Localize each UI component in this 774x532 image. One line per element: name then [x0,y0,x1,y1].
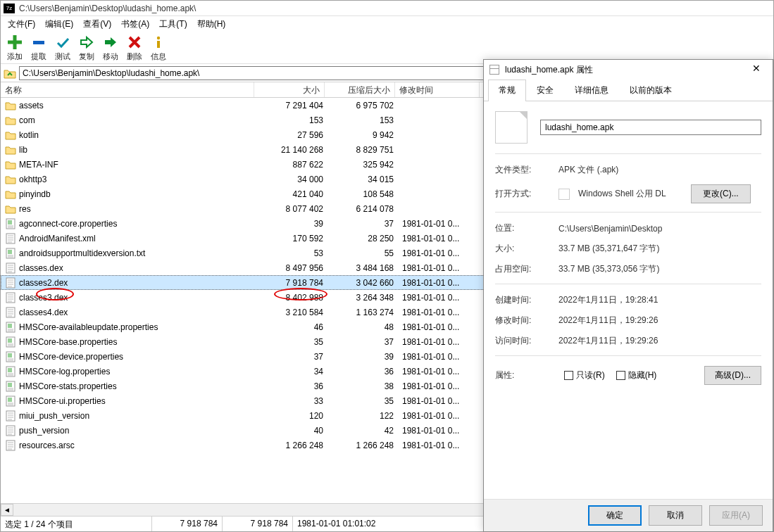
toolbar-delete[interactable]: 删除 [125,34,144,63]
file-compressed-size: 108 548 [327,189,398,199]
ok-button[interactable]: 确定 [588,505,642,526]
file-modified: 1981-01-01 0... [398,293,482,303]
file-size: 887 622 [257,160,327,170]
toolbar-copy[interactable]: 复制 [77,34,96,63]
folder-icon [5,129,16,141]
arrow-right-hollow-icon [79,34,94,50]
file-compressed-size: 1 266 248 [327,441,398,450]
file-size: 39 [257,219,327,229]
file-size: 35 [257,337,327,347]
file-name: HMSCore-ui.properties [19,396,257,406]
file-name: META-INF [19,160,257,170]
menu-view[interactable]: 查看(V) [79,17,116,32]
file-icon [5,410,16,422]
col-csize[interactable]: 压缩后大小 [325,82,395,97]
up-folder-icon[interactable] [4,67,16,80]
menu-bar[interactable]: 文件(F) 编辑(E) 查看(V) 书签(A) 工具(T) 帮助(H) [1,16,773,32]
prop-tabs[interactable]: 常规 安全 详细信息 以前的版本 [484,80,773,101]
tab-general[interactable]: 常规 [488,80,526,101]
toolbar-test[interactable]: 测试 [53,34,73,63]
file-compressed-size: 39 [327,352,398,362]
svg-rect-13 [8,324,12,328]
main-titlebar: 7z C:\Users\Benjamin\Desktop\ludashi_hom… [1,1,773,16]
minus-icon [31,34,46,50]
file-name: classes3.dex [19,293,257,303]
file-size: 170 592 [257,234,327,243]
svg-rect-19 [8,368,12,372]
menu-bookmarks[interactable]: 书签(A) [117,17,154,32]
label-attrs: 属性: [495,369,553,381]
label-location: 位置: [495,222,553,234]
advanced-button[interactable]: 高级(D)... [704,366,761,385]
title-text: C:\Users\Benjamin\Desktop\ludashi_home.a… [19,4,196,13]
file-size: 46 [257,322,327,332]
file-size: 8 497 956 [257,263,327,273]
label-disk: 占用空间: [495,263,553,275]
separator [495,153,761,154]
menu-help[interactable]: 帮助(H) [193,17,230,32]
col-mod[interactable]: 修改时间 [395,82,480,97]
file-size: 36 [257,381,327,391]
file-size: 421 040 [257,189,327,199]
checkbox-hidden[interactable]: 隐藏(H) [616,369,657,381]
file-compressed-size: 34 015 [327,175,398,184]
file-modified: 1981-01-01 0... [398,308,482,317]
file-icon [5,440,16,451]
file-icon [5,336,16,348]
col-size[interactable]: 大小 [254,82,325,97]
prop-filename-input[interactable] [540,120,761,135]
file-compressed-size: 3 264 348 [327,293,398,303]
svg-rect-23 [8,398,12,402]
file-name: HMSCore-stats.properties [19,381,257,391]
toolbar-extract[interactable]: 提取 [29,34,49,63]
file-name: resources.arsc [19,441,257,450]
arrow-right-solid-icon [103,34,118,50]
prop-title-text: ludashi_home.apk 属性 [505,64,746,76]
file-modified: 1981-01-01 0... [398,426,482,436]
cancel-button[interactable]: 取消 [649,505,702,526]
file-size: 8 077 402 [257,204,327,214]
file-name: HMSCore-log.properties [19,367,257,376]
scroll-left-icon[interactable]: ◄ [1,504,13,516]
toolbar-info[interactable]: 信息 [149,34,168,63]
col-name[interactable]: 名称 [1,82,254,97]
value-location: C:\Users\Benjamin\Desktop [558,224,761,234]
tab-security[interactable]: 安全 [526,80,564,101]
toolbar-move[interactable]: 移动 [101,34,120,63]
status-size1: 7 918 784 [152,517,223,531]
file-name: miui_push_version [19,411,257,421]
value-size: 33.7 MB (35,371,647 字节) [558,243,761,255]
tab-previous-versions[interactable]: 以前的版本 [619,80,682,101]
close-icon[interactable]: ✕ [746,63,767,77]
label-modified: 修改时间: [495,315,553,327]
check-icon [55,34,70,50]
file-name: classes.dex [19,263,257,273]
toolbar-add[interactable]: 添加 [5,34,25,63]
file-compressed-size: 42 [327,426,398,436]
menu-file[interactable]: 文件(F) [4,17,39,32]
file-name: assets [19,101,257,110]
file-name: res [19,204,257,214]
svg-rect-0 [33,41,44,44]
file-size: 33 [257,396,327,406]
file-name: androidsupportmultidexversion.txt [19,248,257,258]
file-name: kotlin [19,130,257,140]
svg-rect-17 [8,353,12,357]
folder-icon [5,100,16,111]
info-icon [151,34,166,50]
tab-details[interactable]: 详细信息 [564,80,619,101]
file-compressed-size: 3 042 660 [327,278,398,288]
file-icon [5,218,16,229]
value-modified: 2022年1月11日，19:29:26 [558,315,761,327]
change-button[interactable]: 更改(C)... [691,184,751,203]
separator [495,284,761,284]
file-modified: 1981-01-01 0... [398,248,482,258]
checkbox-readonly[interactable]: 只读(R) [564,369,605,381]
apply-button[interactable]: 应用(A) [709,505,763,526]
menu-edit[interactable]: 编辑(E) [41,17,77,32]
file-icon [5,262,16,274]
menu-tools[interactable]: 工具(T) [155,17,191,32]
value-disk: 33.7 MB (35,373,056 字节) [558,263,761,275]
file-modified: 1981-01-01 0... [398,441,482,450]
svg-point-1 [157,37,160,39]
